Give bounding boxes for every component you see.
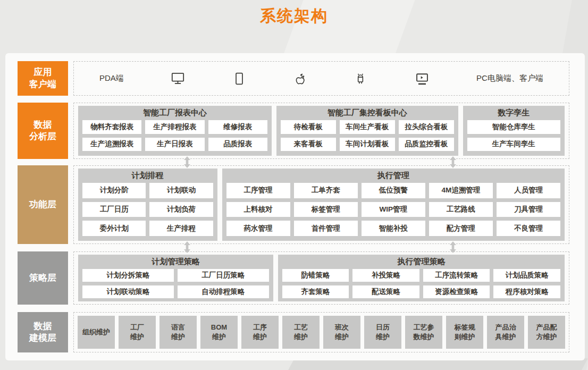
- data-analysis-box: 智能工厂报表中心 物料齐套报表 生产排程报表 维修报表 生产追溯报表 生产日报表…: [73, 103, 569, 159]
- layer-data-modeling: 数据 建模层 组织维护 工厂 维护 语言 维护 BOM 维护 工序 维护 工艺 …: [18, 312, 569, 352]
- module-cell: 齐套策略: [282, 285, 349, 298]
- group-title: 计划排程: [82, 169, 213, 183]
- group-title: 智能工厂报表中心: [82, 106, 267, 120]
- up-down-arrow-icon: [183, 241, 191, 253]
- module-cell: 生产排程: [149, 221, 213, 236]
- module-cell: 生产车间孪生: [467, 138, 560, 152]
- module-cell: 配送策略: [352, 285, 419, 298]
- module-cell: 智能仓库孪生: [467, 120, 560, 134]
- apple-icon: [293, 72, 307, 86]
- module-cell: 委外计划: [82, 221, 146, 236]
- up-down-arrow-icon: [449, 156, 457, 168]
- module-cell: 补投策略: [352, 269, 419, 282]
- modeling-cell: 语言 维护: [159, 316, 197, 349]
- layer-function: 功能层 计划排程 计划分阶 计划联动 工厂日历 计划负荷 委外计划 生产排程 执…: [18, 165, 569, 244]
- group-plan-strategy: 计划管理策略 计划分拆策略 工厂日历策略 计划联动策略 自动排程策略: [78, 255, 273, 301]
- module-cell: 计划分阶: [82, 183, 146, 198]
- group-title: 执行管理策略: [282, 255, 560, 269]
- group-execution-strategy: 执行管理策略 防错策略 补投策略 工序流转策略 计划品质策略 齐套策略 配送策略…: [278, 255, 565, 301]
- client-devices-box: PDA端: [73, 61, 569, 96]
- function-box: 计划排程 计划分阶 计划联动 工厂日历 计划负荷 委外计划 生产排程 执行管理 …: [73, 165, 569, 244]
- layer-gap: [18, 96, 569, 103]
- layer-gap: [18, 244, 569, 251]
- module-cell: 智能补投: [362, 221, 425, 236]
- layer-gap: [18, 305, 569, 312]
- modeling-cell: BOM 维护: [200, 316, 238, 349]
- modeling-cell: 产品治 具维护: [487, 316, 524, 349]
- layer-label-strategy: 策略层: [18, 251, 68, 305]
- group-title: 数字孪生: [467, 106, 560, 120]
- layer-label-app-client: 应用 客户端: [18, 61, 68, 96]
- module-cell: 计划联动: [149, 183, 213, 198]
- module-cell: 计划联动策略: [82, 285, 174, 298]
- monitor-icon: [171, 71, 185, 86]
- module-cell: 工厂日历: [82, 202, 146, 217]
- layer-label-data-modeling: 数据 建模层: [18, 312, 68, 352]
- layer-app-client: 应用 客户端 PDA端: [18, 61, 569, 96]
- module-cell: 车间生产看板: [340, 120, 395, 134]
- module-cell: 首件管理: [294, 221, 358, 236]
- page-title: 系统架构: [0, 5, 588, 27]
- up-down-arrow-icon: [183, 156, 191, 168]
- module-cell: 药水管理: [226, 221, 290, 236]
- module-cell: 车间计划看板: [340, 138, 395, 152]
- group-plan-scheduling: 计划排程 计划分阶 计划联动 工厂日历 计划负荷 委外计划 生产排程: [78, 169, 217, 241]
- module-cell: 刀具管理: [497, 202, 560, 217]
- module-cell: 生产追溯报表: [82, 138, 141, 152]
- pc-client-label: PC电脑端、客户端: [476, 73, 543, 83]
- module-cell: 人员管理: [497, 183, 560, 198]
- group-execution-management: 执行管理 工序管理 工单齐套 低位预警 4M追溯管理 人员管理 上料核对 标签管…: [222, 169, 565, 241]
- module-cell: 工厂日历策略: [178, 269, 269, 282]
- group-kanban-center: 智能工厂集控看板中心 待检看板 车间生产看板 拉头综合看板 来客看板 车间计划看…: [276, 106, 458, 156]
- modeling-cell: 组织维护: [78, 316, 115, 349]
- group-report-center: 智能工厂报表中心 物料齐套报表 生产排程报表 维修报表 生产追溯报表 生产日报表…: [78, 106, 272, 156]
- module-cell: 低位预警: [362, 183, 425, 198]
- pda-client-label: PDA端: [99, 73, 124, 83]
- modeling-cell: 标签规 则维护: [446, 316, 483, 349]
- modeling-cell: 产品配 方维护: [528, 316, 565, 349]
- module-cell: 计划分拆策略: [82, 269, 174, 282]
- module-cell: 物料齐套报表: [82, 120, 141, 134]
- module-cell: 程序核对策略: [493, 285, 560, 298]
- module-cell: 不良管理: [497, 221, 560, 236]
- module-cell: 上料核对: [226, 202, 290, 217]
- modeling-cell: 工序 维护: [241, 316, 279, 349]
- modeling-cell: 工厂 维护: [119, 316, 156, 349]
- module-cell: 工艺路线: [429, 202, 493, 217]
- modeling-cell: 工艺参 数维护: [405, 316, 442, 349]
- module-cell: 工序管理: [226, 183, 290, 198]
- module-cell: 待检看板: [281, 120, 336, 134]
- module-cell: 自动排程策略: [178, 285, 269, 298]
- strategy-box: 计划管理策略 计划分拆策略 工厂日历策略 计划联动策略 自动排程策略 执行管理策…: [73, 251, 569, 305]
- module-cell: 生产日报表: [145, 138, 204, 152]
- group-digital-twin: 数字孪生 智能仓库孪生 生产车间孪生: [463, 106, 565, 156]
- smart-tv-icon: [415, 71, 430, 86]
- group-title: 智能工厂集控看板中心: [281, 106, 454, 120]
- module-cell: 防错策略: [282, 269, 349, 282]
- modeling-cell: 工艺 维护: [282, 316, 320, 349]
- module-cell: 标签管理: [294, 202, 358, 217]
- modeling-cell: 班次 维护: [323, 316, 360, 349]
- module-cell: 计划品质策略: [493, 269, 560, 282]
- module-cell: 维修报表: [208, 120, 267, 134]
- android-icon: [354, 72, 367, 86]
- data-modeling-box: 组织维护 工厂 维护 语言 维护 BOM 维护 工序 维护 工艺 维护 班次 维…: [73, 312, 569, 352]
- layer-data-analysis: 数据 分析层 智能工厂报表中心 物料齐套报表 生产排程报表 维修报表 生产追溯报…: [18, 103, 569, 159]
- module-cell: 拉头综合看板: [399, 120, 454, 134]
- module-cell: 品质监控看板: [399, 138, 454, 152]
- layer-label-function: 功能层: [18, 165, 68, 244]
- layer-label-data-analysis: 数据 分析层: [18, 103, 68, 159]
- group-title: 执行管理: [226, 169, 560, 183]
- module-cell: 4M追溯管理: [429, 183, 493, 198]
- module-cell: 工单齐套: [294, 183, 358, 198]
- module-cell: 品质报表: [208, 138, 267, 152]
- module-cell: 配方管理: [429, 221, 493, 236]
- module-cell: 资源检查策略: [423, 285, 490, 298]
- module-cell: 计划负荷: [149, 202, 213, 217]
- module-cell: 生产排程报表: [145, 120, 204, 134]
- architecture-panel: 应用 客户端 PDA端: [5, 53, 585, 360]
- tablet-icon: [232, 72, 246, 86]
- modeling-cell: 日历 维护: [364, 316, 401, 349]
- layer-gap: [18, 159, 569, 165]
- up-down-arrow-icon: [449, 241, 457, 253]
